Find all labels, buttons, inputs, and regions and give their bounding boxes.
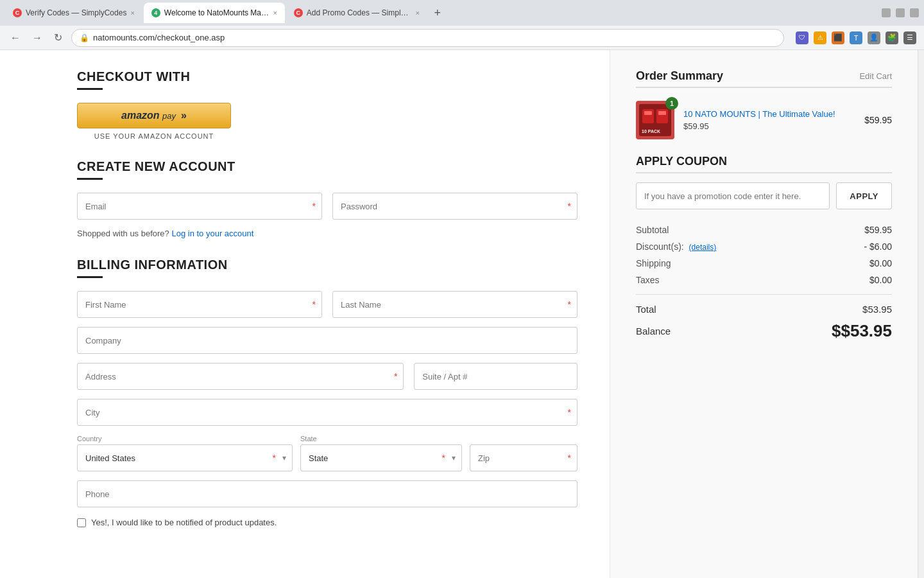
page-wrapper: CHECKOUT WITH amazon pay » USE YOUR AMAZ…	[0, 50, 924, 578]
new-tab-button[interactable]: +	[429, 4, 447, 22]
user-ext-icon[interactable]: 👤	[868, 31, 880, 44]
close-button[interactable]	[910, 8, 919, 17]
order-sidebar: Order Summary Edit Cart 10 PACK 1	[610, 50, 918, 578]
balance-row: Balance $$53.95	[636, 321, 892, 341]
country-label: Country	[77, 435, 293, 442]
totals-section: Subtotal $59.95 Discount(s): (details) -…	[636, 225, 892, 341]
minimize-button[interactable]	[882, 8, 891, 17]
discounts-value: - $6.00	[864, 241, 892, 252]
city-input[interactable]	[77, 399, 578, 426]
tab1-close[interactable]: ×	[130, 9, 134, 17]
product-price-right: $59.95	[864, 115, 892, 125]
extension-icons: 🛡 ⚠ ⬛ T 👤 🧩 ☰	[796, 31, 916, 44]
email-input[interactable]	[77, 193, 322, 220]
company-input[interactable]	[77, 327, 578, 354]
subtotal-row: Subtotal $59.95	[636, 225, 892, 235]
tab3-close[interactable]: ×	[415, 9, 419, 17]
warn-ext-icon[interactable]: ⚠	[814, 31, 826, 44]
taxes-label: Taxes	[636, 275, 660, 285]
order-summary-divider	[636, 87, 892, 88]
translate-ext-icon[interactable]: T	[850, 31, 862, 44]
svg-text:10 PACK: 10 PACK	[642, 129, 660, 134]
phone-row	[77, 480, 578, 507]
country-wrap: Country United States *	[77, 435, 293, 471]
tab2-close[interactable]: ×	[273, 9, 277, 17]
balance-value: $$53.95	[832, 321, 892, 341]
account-credentials-row: * *	[77, 193, 578, 220]
menu-ext-icon[interactable]: ☰	[903, 31, 916, 44]
password-input[interactable]	[332, 193, 578, 220]
multi-ext-icon[interactable]: ⬛	[832, 31, 844, 44]
subtotal-value: $59.95	[864, 225, 892, 235]
window-controls	[882, 8, 919, 17]
shipping-row: Shipping $0.00	[636, 258, 892, 268]
first-name-input[interactable]	[77, 291, 322, 318]
country-select[interactable]: United States	[77, 444, 293, 471]
tab2-favicon: 4	[151, 8, 160, 17]
tab-natomounts[interactable]: 4 Welcome to NatoMounts Magne... ×	[144, 3, 285, 23]
last-name-wrap: *	[332, 291, 578, 318]
notify-checkbox[interactable]	[77, 518, 86, 527]
puzzle-ext-icon[interactable]: 🧩	[886, 31, 898, 44]
scrollbar[interactable]	[918, 50, 924, 578]
coupon-divider	[636, 172, 892, 173]
product-quantity-badge: 1	[665, 97, 678, 110]
city-row: *	[77, 399, 578, 426]
apply-coupon-button[interactable]: APPLY	[836, 182, 892, 209]
tab1-favicon: C	[13, 8, 22, 17]
address-bar-row: ← → ↻ 🔒 natomounts.com/checkout_one.asp …	[0, 26, 924, 50]
phone-input[interactable]	[77, 480, 578, 507]
totals-divider	[636, 294, 892, 295]
company-row	[77, 327, 578, 354]
subtotal-label: Subtotal	[636, 225, 669, 235]
product-item: 10 PACK 1 10 NATO MOUNTS | The Ultimate …	[636, 101, 892, 139]
amazon-pay-arrows: »	[181, 110, 187, 121]
suite-wrap	[414, 363, 578, 390]
state-select[interactable]: State	[300, 444, 462, 471]
discounts-row: Discount(s): (details) - $6.00	[636, 241, 892, 252]
product-price-small: $59.95	[683, 121, 855, 131]
tab-verify-codes[interactable]: C Verify Codes — SimplyCodes ×	[5, 3, 142, 23]
address-bar[interactable]: 🔒 natomounts.com/checkout_one.asp	[71, 29, 784, 47]
tab3-favicon: C	[294, 8, 303, 17]
location-row: Country United States * State State *	[77, 435, 578, 471]
last-name-input[interactable]	[332, 291, 578, 318]
tab3-label: Add Promo Codes — SimplyCodes	[307, 8, 412, 17]
login-link[interactable]: Log in to your account	[171, 229, 253, 238]
coupon-input[interactable]	[636, 182, 830, 209]
browser-chrome: C Verify Codes — SimplyCodes × 4 Welcome…	[0, 0, 924, 26]
svg-rect-4	[658, 111, 666, 115]
suite-input[interactable]	[414, 363, 578, 390]
reload-button[interactable]: ↻	[51, 29, 65, 46]
forward-button[interactable]: →	[30, 30, 45, 46]
total-value: $53.95	[862, 304, 892, 315]
tab-add-promo[interactable]: C Add Promo Codes — SimplyCodes ×	[286, 3, 427, 23]
shipping-value: $0.00	[869, 258, 892, 268]
tab-bar: C Verify Codes — SimplyCodes × 4 Welcome…	[5, 3, 878, 23]
product-image-svg: 10 PACK	[639, 104, 671, 136]
discounts-label: Discount(s): (details)	[636, 241, 716, 252]
edit-cart-link[interactable]: Edit Cart	[859, 71, 892, 81]
billing-divider	[77, 276, 103, 278]
balance-label: Balance	[636, 326, 671, 337]
zip-wrap: *	[470, 444, 578, 471]
use-amazon-text: USE YOUR AMAZON ACCOUNT	[77, 132, 231, 140]
tab1-label: Verify Codes — SimplyCodes	[26, 8, 126, 17]
first-name-wrap: *	[77, 291, 322, 318]
back-button[interactable]: ←	[8, 30, 23, 46]
shipping-label: Shipping	[636, 258, 671, 268]
product-image-wrap: 10 PACK 1	[636, 101, 674, 139]
name-row: * *	[77, 291, 578, 318]
address-input[interactable]	[77, 363, 404, 390]
maximize-button[interactable]	[896, 8, 905, 17]
apply-coupon-title: APPLY COUPON	[636, 155, 892, 168]
checkout-title-divider	[77, 88, 103, 90]
discount-details-link[interactable]: (details)	[689, 243, 717, 252]
zip-input[interactable]	[470, 444, 578, 471]
shopped-before-text: Shopped with us before? Log in to your a…	[77, 229, 578, 238]
amazon-pay-button[interactable]: amazon pay »	[77, 103, 231, 128]
shield-ext-icon[interactable]: 🛡	[796, 31, 809, 44]
order-summary-header: Order Summary Edit Cart	[636, 69, 892, 83]
total-label: Total	[636, 304, 656, 315]
product-name[interactable]: 10 NATO MOUNTS | The Ultimate Value!	[683, 109, 855, 119]
